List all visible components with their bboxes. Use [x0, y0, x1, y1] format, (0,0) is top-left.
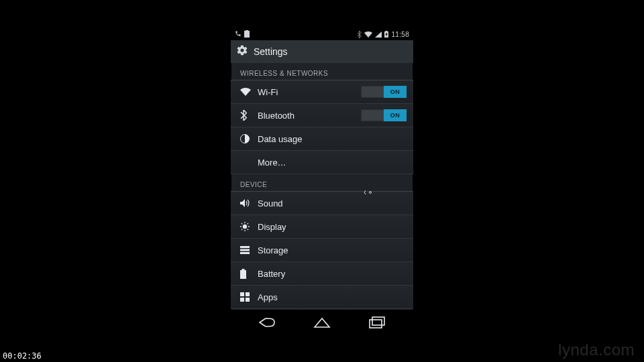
svg-point-6: [243, 225, 247, 229]
row-data-usage[interactable]: Data usage: [231, 127, 413, 151]
row-label: Wi-Fi: [255, 87, 361, 97]
svg-line-11: [241, 223, 242, 224]
home-button[interactable]: [313, 317, 331, 328]
svg-rect-25: [372, 317, 384, 325]
svg-rect-15: [240, 246, 250, 248]
row-storage[interactable]: Storage: [231, 239, 413, 262]
sound-icon: [240, 198, 255, 208]
svg-rect-17: [240, 252, 250, 254]
stage: 11:58 Settings WIRELESS & NETWORKS Wi-Fi…: [0, 0, 644, 362]
apps-icon: [240, 292, 255, 302]
section-header-text: DEVICE: [240, 181, 267, 188]
svg-rect-3: [386, 31, 388, 32]
row-apps[interactable]: Apps: [231, 286, 413, 309]
svg-line-14: [248, 223, 248, 224]
bluetooth-toggle[interactable]: ON: [361, 109, 407, 121]
row-label: Bluetooth: [255, 111, 361, 121]
svg-rect-19: [242, 269, 245, 270]
row-battery[interactable]: Battery: [231, 262, 413, 286]
section-header-wireless: WIRELESS & NETWORKS: [231, 63, 413, 80]
phone-frame: 11:58 Settings WIRELESS & NETWORKS Wi-Fi…: [231, 28, 413, 335]
toggle-knob: ON: [384, 86, 407, 98]
row-sound[interactable]: Sound: [231, 192, 413, 215]
back-button[interactable]: [258, 317, 276, 328]
bluetooth-icon: [240, 110, 255, 121]
device-list: Sound Display Storage Battery: [231, 192, 413, 309]
data-usage-icon: [240, 134, 255, 143]
wifi-toggle[interactable]: ON: [361, 86, 407, 98]
row-display[interactable]: Display: [231, 215, 413, 239]
status-bar: 11:58: [231, 28, 413, 40]
phone-icon: [235, 30, 241, 38]
recent-apps-button[interactable]: [368, 316, 386, 328]
battery-charging-icon: [384, 31, 388, 38]
display-icon: [240, 222, 255, 231]
clock: 11:58: [391, 31, 409, 38]
status-right: 11:58: [357, 31, 409, 38]
battery-level-icon: [244, 30, 250, 39]
watermark: lynda.com: [558, 341, 635, 359]
svg-rect-24: [370, 320, 382, 328]
row-wifi[interactable]: Wi-Fi ON: [231, 80, 413, 104]
row-label: Battery: [255, 269, 407, 279]
row-bluetooth[interactable]: Bluetooth ON: [231, 104, 413, 127]
signal-status-icon: [375, 32, 382, 38]
storage-icon: [240, 246, 255, 254]
row-more[interactable]: More…: [231, 151, 413, 174]
app-bar: Settings: [231, 40, 413, 63]
nav-bar: [231, 310, 413, 335]
status-left: [235, 30, 250, 39]
row-label: Data usage: [255, 134, 407, 144]
wireless-list: Wi-Fi ON Bluetooth ON Data usage: [231, 80, 413, 174]
svg-rect-23: [246, 298, 250, 302]
row-label: Sound: [255, 198, 407, 208]
svg-rect-16: [240, 249, 250, 251]
wifi-status-icon: [364, 32, 372, 38]
svg-rect-1: [246, 30, 248, 31]
svg-rect-18: [240, 270, 246, 279]
bluetooth-status-icon: [357, 31, 362, 38]
row-label: Display: [255, 222, 407, 232]
page-title: Settings: [254, 46, 288, 57]
row-label: Apps: [255, 292, 407, 302]
svg-line-13: [241, 229, 242, 230]
wifi-icon: [240, 88, 255, 96]
svg-rect-22: [240, 298, 244, 302]
video-timestamp: 00:02:36: [3, 351, 42, 361]
settings-icon: [236, 44, 248, 59]
svg-rect-0: [244, 31, 250, 38]
section-header-device: DEVICE: [231, 174, 413, 192]
svg-line-12: [248, 229, 248, 230]
cursor-artifact: [364, 189, 374, 194]
row-label: Storage: [255, 245, 407, 255]
battery-icon: [240, 269, 255, 279]
toggle-knob: ON: [384, 109, 407, 121]
svg-point-5: [370, 192, 372, 194]
svg-rect-20: [240, 292, 244, 296]
svg-rect-21: [246, 292, 250, 296]
row-label: More…: [255, 158, 407, 168]
